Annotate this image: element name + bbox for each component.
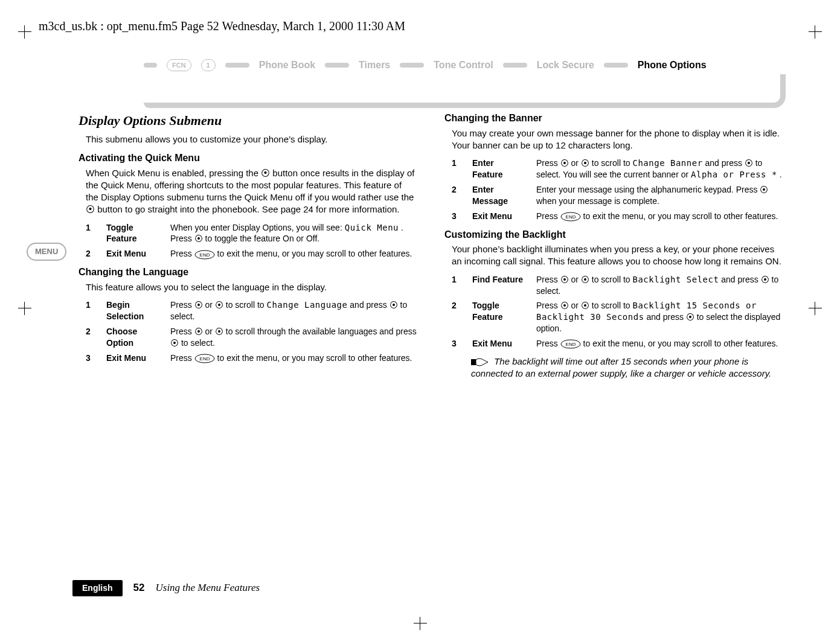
step-text: Press ⦿ or ⦿ to scroll to: [170, 300, 266, 310]
step-number: 3: [452, 338, 463, 349]
display-text: Backlight Select: [632, 275, 719, 284]
left-column: Display Options Submenu This submenu all…: [79, 109, 417, 380]
page-footer: English 52 Using the Menu Features: [72, 580, 260, 596]
step-label: Find Feature: [472, 274, 527, 297]
display-text: Alpha or Press *: [691, 170, 777, 179]
step-label: Toggle Feature: [106, 222, 161, 245]
step-text: to exit the menu, or you may scroll to o…: [583, 339, 778, 348]
svg-text:END: END: [565, 342, 575, 347]
crop-mark-icon: [18, 25, 31, 39]
page-number: 52: [133, 581, 145, 595]
step-text: to exit the menu, or you may scroll to o…: [217, 249, 412, 258]
step-row: 2 Toggle Feature Press ⦿ or ⦿ to scroll …: [452, 300, 783, 334]
step-label: Exit Menu: [472, 211, 527, 222]
crop-mark-icon: [18, 302, 31, 315]
path-connector-icon: [325, 63, 349, 68]
crop-mark-icon: [809, 302, 822, 315]
menu-path-bar: FCN 1 Phone Book Timers Tone Control Loc…: [144, 59, 781, 97]
step-desc: Press ⦿ or ⦿ to scroll to Backlight 15 S…: [536, 300, 783, 334]
step-text: Press: [170, 353, 194, 363]
doc-header: m3cd_us.bk : opt_menu.fm5 Page 52 Wednes…: [39, 18, 805, 34]
path-connector-icon: [604, 63, 628, 68]
step-label: Exit Menu: [106, 248, 161, 260]
step-number: 1: [86, 222, 97, 245]
step-number: 3: [86, 352, 97, 364]
crop-mark-icon: [414, 617, 427, 630]
step-text: Press: [536, 211, 560, 221]
svg-text:END: END: [199, 356, 210, 362]
step-row: 1 Toggle Feature When you enter Display …: [86, 222, 417, 245]
display-text: Quick Menu: [345, 223, 399, 232]
svg-text:END: END: [199, 252, 210, 258]
step-row: 2 Choose Option Press ⦿ or ⦿ to scroll t…: [86, 326, 417, 349]
section-body: When Quick Menu is enabled, pressing the…: [86, 167, 417, 216]
note-text: The backlight will time out after 15 sec…: [471, 356, 783, 380]
step-number: 1: [86, 299, 97, 322]
step-label: Exit Menu: [472, 338, 527, 349]
step-row: 1 Find Feature Press ⦿ or ⦿ to scroll to…: [452, 274, 783, 297]
section-body: Your phone’s backlight illuminates when …: [452, 243, 783, 268]
step-row: 2 Exit Menu Press END to exit the menu, …: [86, 248, 417, 260]
step-desc: Press END to exit the menu, or you may s…: [170, 352, 417, 364]
end-key-icon: END: [560, 212, 581, 222]
step-label: Choose Option: [106, 326, 161, 349]
svg-text:END: END: [565, 214, 575, 220]
step-number: 3: [452, 211, 463, 222]
footer-title: Using the Menu Features: [155, 581, 260, 595]
step-desc: Press ⦿ or ⦿ to scroll to Backlight Sele…: [536, 274, 783, 297]
section-activating-quick-menu: Activating the Quick Menu: [79, 151, 417, 165]
step-desc: Press ⦿ or ⦿ to scroll to Change Languag…: [170, 299, 417, 322]
step-desc: Press END to exit the menu, or you may s…: [536, 338, 783, 349]
step-number: 1: [452, 158, 463, 180]
step-desc: Enter your message using the alphanumeri…: [536, 184, 783, 207]
step-label: Enter Feature: [472, 158, 527, 180]
fcn-key-icon: FCN: [167, 59, 191, 71]
step-row: 2 Enter Message Enter your message using…: [452, 184, 783, 207]
path-connector-icon: [144, 63, 157, 68]
note-hand-icon: [471, 357, 488, 367]
crop-mark-icon: [809, 25, 822, 39]
end-key-icon: END: [560, 339, 581, 349]
step-text: Press: [536, 339, 560, 348]
section-changing-banner: Changing the Banner: [444, 112, 783, 125]
step-text: When you enter Display Options, you will…: [170, 223, 345, 232]
step-text: Press ⦿ or ⦿ to scroll to: [536, 158, 632, 168]
section-body: You may create your own message banner f…: [452, 127, 783, 152]
step-text: Press: [170, 249, 194, 258]
language-tag: English: [72, 580, 123, 596]
end-key-icon: END: [194, 250, 215, 260]
one-key-icon: 1: [201, 59, 216, 71]
step-desc: Press ⦿ or ⦿ to scroll through the avail…: [170, 326, 417, 349]
step-text: Press ⦿ or ⦿ to scroll to: [536, 301, 632, 310]
step-number: 2: [86, 326, 97, 349]
step-row: 3 Exit Menu Press END to exit the menu, …: [452, 338, 783, 349]
nav-item-phone-book: Phone Book: [259, 59, 315, 72]
step-row: 1 Enter Feature Press ⦿ or ⦿ to scroll t…: [452, 158, 783, 180]
section-customizing-backlight: Customizing the Backlight: [444, 228, 783, 241]
path-return-icon: [173, 74, 786, 108]
step-text: to exit the menu, or you may scroll to o…: [217, 353, 412, 363]
step-desc: Press END to exit the menu, or you may s…: [536, 211, 783, 222]
end-key-icon: END: [194, 354, 215, 363]
step-desc: When you enter Display Options, you will…: [170, 222, 417, 245]
step-desc: Press ⦿ or ⦿ to scroll to Change Banner …: [536, 158, 783, 180]
step-text: .: [780, 170, 782, 179]
step-desc: Press END to exit the menu, or you may s…: [170, 248, 417, 260]
step-label: Toggle Feature: [472, 300, 527, 334]
nav-item-lock-secure: Lock Secure: [537, 59, 594, 72]
svg-rect-8: [471, 359, 476, 365]
submenu-intro: This submenu allows you to customize you…: [86, 133, 417, 145]
display-text: Change Language: [266, 300, 347, 310]
submenu-title: Display Options Submenu: [79, 112, 417, 130]
path-connector-icon: [225, 63, 249, 68]
step-text: Press ⦿ or ⦿ to scroll to: [536, 275, 632, 284]
section-changing-language: Changing the Language: [79, 266, 417, 279]
menu-badge: MENU: [27, 243, 66, 261]
step-text: to exit the menu, or you may scroll to o…: [583, 211, 778, 221]
path-connector-icon: [503, 63, 527, 68]
path-connector-icon: [400, 63, 424, 68]
step-label: Exit Menu: [106, 352, 161, 364]
step-row: 3 Exit Menu Press END to exit the menu, …: [86, 352, 417, 364]
nav-item-timers: Timers: [359, 59, 390, 72]
step-number: 2: [452, 300, 463, 334]
